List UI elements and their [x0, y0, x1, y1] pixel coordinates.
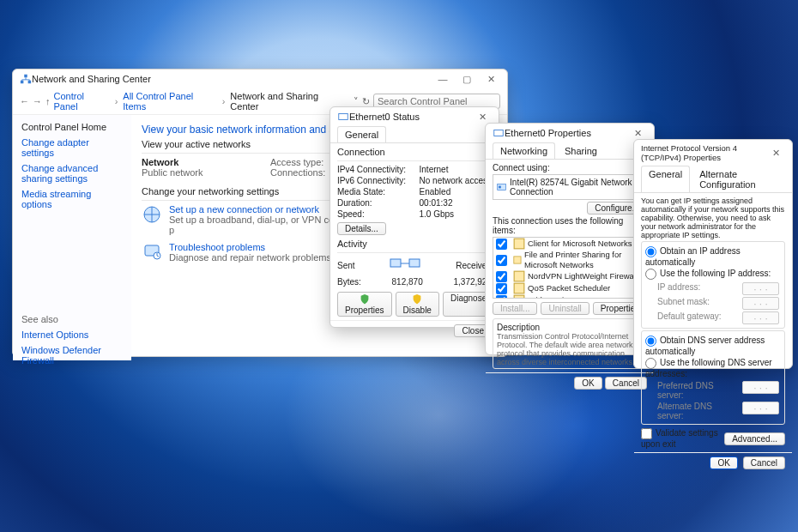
dns-pref-field[interactable]: · · · [742, 381, 779, 394]
dns-auto-radio[interactable]: Obtain DNS server address automatically [645, 335, 781, 357]
minimize-button[interactable]: — [433, 74, 452, 85]
blurb-text: You can get IP settings assigned automat… [641, 196, 785, 239]
svg-rect-13 [514, 239, 524, 249]
component-icon [513, 238, 525, 250]
uninstall-button[interactable]: Uninstall [541, 302, 589, 315]
tab-alternate[interactable]: Alternate Configuration [692, 166, 785, 192]
svg-rect-7 [339, 114, 348, 120]
advanced-button[interactable]: Advanced... [724, 432, 785, 445]
seealso-link[interactable]: Windows Defender Firewall [21, 345, 123, 366]
close-button[interactable]: ✕ [481, 74, 500, 85]
ip-manual-radio[interactable]: Use the following IP address: [645, 268, 781, 281]
ipv6-value: No network access [420, 176, 492, 185]
titlebar[interactable]: Ethernet0 Properties ✕ [486, 124, 654, 142]
breadcrumb[interactable]: All Control Panel Items [123, 91, 216, 112]
sidebar-link-adapter[interactable]: Change adapter settings [21, 137, 123, 158]
tab-general[interactable]: General [337, 126, 386, 142]
subnet-label: Subnet mask: [657, 297, 739, 310]
protocol-checkbox[interactable] [496, 255, 507, 266]
connections-label: Connections: [270, 167, 325, 178]
gateway-field[interactable]: · · · [742, 311, 779, 324]
cancel-button[interactable]: Cancel [743, 456, 785, 469]
media-label: Media State: [337, 187, 420, 196]
bytes-sent: 812,870 [392, 277, 423, 287]
activity-section-label: Activity [337, 239, 492, 249]
window-title: Ethernet0 Status [349, 112, 473, 122]
ipv4-label: IPv4 Connectivity: [337, 165, 420, 174]
dropdown-button[interactable]: ˅ [354, 96, 359, 107]
sent-label: Sent [337, 261, 355, 270]
ok-button[interactable]: OK [574, 377, 602, 390]
protocol-checkbox[interactable] [496, 295, 507, 299]
svg-rect-8 [390, 259, 401, 267]
svg-rect-9 [409, 259, 420, 267]
ethernet-properties-window: Ethernet0 Properties ✕ Networking Sharin… [485, 123, 655, 355]
titlebar[interactable]: Network and Sharing Center — ▢ ✕ [13, 70, 507, 88]
network-type: Public network [142, 167, 270, 178]
chevron-right-icon: › [221, 96, 227, 106]
ip-address-field[interactable]: · · · [742, 282, 779, 295]
sidebar: Control Panel Home Change adapter settin… [13, 115, 131, 360]
speed-label: Speed: [337, 209, 420, 219]
speed-value: 1.0 Gbps [420, 209, 492, 219]
dns-manual-radio[interactable]: Use the following DNS server addresses: [645, 357, 781, 379]
connection-icon [142, 204, 162, 225]
tab-networking[interactable]: Networking [493, 142, 555, 159]
sidebar-link-sharing[interactable]: Change advanced sharing settings [21, 163, 123, 184]
sidebar-link-media[interactable]: Media streaming options [21, 189, 123, 209]
nic-icon [497, 181, 506, 193]
maximize-button[interactable]: ▢ [457, 74, 476, 85]
install-button[interactable]: Install... [493, 302, 537, 315]
dns-alt-field[interactable]: · · · [742, 402, 779, 414]
protocol-item[interactable]: NordVPN LightWeight Firewall [493, 270, 646, 282]
svg-rect-10 [494, 130, 504, 136]
dns-pref-label: Preferred DNS server: [657, 381, 739, 400]
connection-section-label: Connection [337, 147, 492, 157]
chevron-right-icon: › [113, 96, 120, 106]
protocol-checkbox[interactable] [496, 271, 507, 282]
duration-label: Duration: [337, 198, 420, 208]
window-title: Internet Protocol Version 4 (TCP/IPv4) P… [641, 143, 766, 162]
titlebar[interactable]: Internet Protocol Version 4 (TCP/IPv4) P… [634, 140, 792, 166]
titlebar[interactable]: Ethernet0 Status ✕ [330, 107, 499, 126]
gateway-label: Default gateway: [657, 311, 739, 324]
ip-auto-radio[interactable]: Obtain an IP address automatically [645, 245, 781, 268]
tab-general[interactable]: General [641, 166, 690, 192]
close-button[interactable]: ✕ [766, 148, 785, 159]
properties-button[interactable]: Properties [337, 292, 392, 317]
back-button[interactable]: ← [20, 96, 29, 106]
protocol-checkbox[interactable] [496, 239, 507, 250]
details-button[interactable]: Details... [337, 222, 386, 235]
network-name: Network [142, 157, 270, 167]
seealso-link[interactable]: Internet Options [21, 329, 123, 340]
svg-rect-12 [499, 186, 501, 189]
seealso-label: See also [21, 314, 123, 324]
protocol-item[interactable]: File and Printer Sharing for Microsoft N… [493, 250, 646, 270]
protocol-item[interactable]: Client for Microsoft Networks [493, 238, 646, 250]
component-icon [513, 254, 522, 266]
items-label: This connection uses the following items… [493, 216, 647, 235]
disable-button[interactable]: Disable [396, 292, 439, 317]
protocol-label: Client for Microsoft Networks [528, 239, 632, 249]
close-button[interactable]: ✕ [473, 112, 492, 123]
up-button[interactable]: ↑ [45, 96, 51, 106]
protocol-checkbox[interactable] [496, 283, 507, 294]
tab-sharing[interactable]: Sharing [557, 142, 605, 159]
ipv6-label: IPv6 Connectivity: [337, 176, 420, 185]
protocol-item[interactable]: Bridge Driver [493, 294, 646, 299]
forward-button[interactable]: → [33, 96, 42, 106]
subnet-field[interactable]: · · · [742, 297, 779, 310]
validate-checkbox[interactable]: Validate settings upon exit [641, 428, 724, 449]
component-icon [513, 270, 525, 282]
sidebar-home[interactable]: Control Panel Home [21, 122, 123, 132]
component-icon [513, 282, 525, 294]
protocol-item[interactable]: QoS Packet Scheduler [493, 282, 646, 294]
close-button[interactable]: ✕ [628, 128, 647, 139]
ok-button[interactable]: OK [710, 456, 737, 469]
svg-rect-16 [514, 283, 524, 293]
refresh-button[interactable]: ↻ [362, 96, 370, 107]
breadcrumb[interactable]: Control Panel [54, 91, 110, 112]
ip-address-label: IP address: [657, 282, 739, 295]
protocol-list[interactable]: Client for Microsoft NetworksFile and Pr… [493, 237, 647, 299]
access-type-label: Access type: [270, 157, 323, 167]
